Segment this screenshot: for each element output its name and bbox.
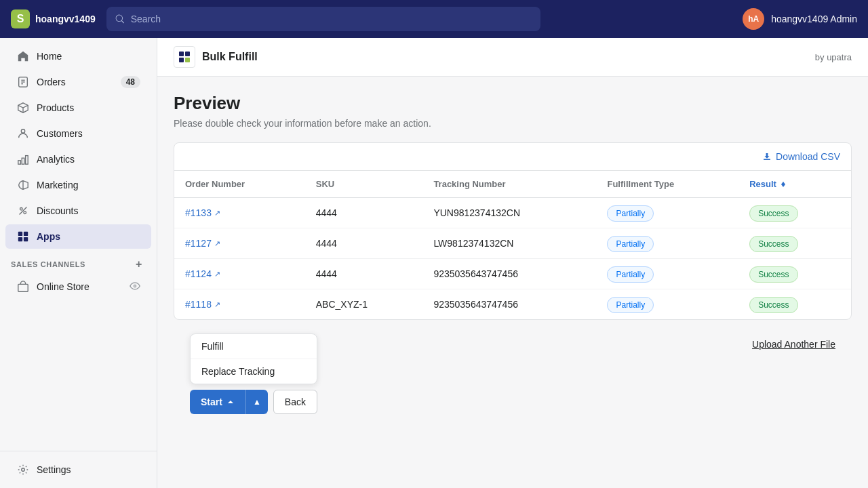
- svg-rect-21: [179, 52, 184, 56]
- brand-logo[interactable]: S hoangvv1409: [11, 9, 96, 28]
- result-cell: Success: [738, 259, 851, 289]
- orders-table: Order Number SKU Tracking Number Fulfill…: [174, 171, 851, 319]
- upload-another-file-link[interactable]: Upload Another File: [752, 339, 835, 350]
- sales-channels-label: SALES CHANNELS: [11, 260, 85, 268]
- button-group: Start ▲ Back: [190, 390, 317, 414]
- order-number-cell: #1118 ↗: [174, 289, 305, 320]
- result-cell: Success: [738, 198, 851, 228]
- sort-icon: [779, 180, 787, 188]
- search-bar[interactable]: [106, 7, 540, 31]
- orders-icon: [16, 75, 30, 89]
- result-badge: Success: [749, 236, 797, 252]
- col-sku: SKU: [305, 171, 423, 198]
- tracking-cell: 9235035643747456: [422, 289, 596, 320]
- tracking-cell: 9235035643747456: [422, 259, 596, 289]
- order-link[interactable]: #1124 ↗: [185, 268, 294, 279]
- add-sales-channel-button[interactable]: +: [132, 258, 146, 271]
- table-row: #1127 ↗ 4444 LW9812374132CN Partially Su…: [174, 228, 851, 259]
- order-link[interactable]: #1127 ↗: [185, 238, 294, 249]
- sku-cell: 4444: [305, 259, 423, 289]
- top-nav: S hoangvv1409 hA hoangvv1409 Admin: [0, 0, 868, 38]
- svg-rect-18: [18, 284, 28, 291]
- apps-icon: [16, 230, 30, 243]
- sidebar-item-settings[interactable]: Settings: [5, 458, 151, 482]
- external-link-icon: ↗: [214, 239, 220, 248]
- page-title: Preview: [174, 93, 852, 114]
- sidebar-item-products[interactable]: Products: [5, 96, 151, 120]
- sidebar-item-apps[interactable]: Apps: [5, 224, 151, 249]
- sku-cell: 4444: [305, 198, 423, 228]
- fulfillment-badge: Partially: [607, 236, 654, 252]
- order-number-cell: #1127 ↗: [174, 228, 305, 259]
- sidebar-item-online-store[interactable]: Online Store: [5, 274, 151, 299]
- sidebar-item-discounts[interactable]: Discounts: [5, 199, 151, 223]
- download-csv-link[interactable]: Download CSV: [762, 151, 840, 162]
- shopify-icon: S: [11, 9, 30, 28]
- search-icon: [115, 14, 125, 24]
- sidebar-item-marketing[interactable]: Marketing: [5, 173, 151, 197]
- table-row: #1118 ↗ ABC_XYZ-1 9235035643747456 Parti…: [174, 289, 851, 320]
- fulfillment-badge: Partially: [607, 297, 654, 313]
- svg-point-19: [134, 285, 136, 287]
- fulfillment-cell: Partially: [596, 289, 738, 320]
- sidebar-label-apps: Apps: [37, 231, 60, 242]
- external-link-icon: ↗: [214, 270, 220, 279]
- back-button[interactable]: Back: [273, 390, 317, 414]
- result-badge: Success: [749, 205, 797, 222]
- col-fulfillment-type: Fulfillment Type: [596, 171, 738, 198]
- result-cell: Success: [738, 228, 851, 259]
- fulfillment-badge: Partially: [607, 205, 654, 222]
- eye-icon[interactable]: [130, 281, 140, 293]
- svg-rect-22: [185, 52, 190, 56]
- sales-channels-section: SALES CHANNELS +: [0, 249, 157, 274]
- col-order-number: Order Number: [174, 171, 305, 198]
- table-card: Download CSV Order Number SKU Tracking N…: [174, 142, 852, 320]
- sidebar-label-products: Products: [37, 102, 74, 113]
- search-input[interactable]: [131, 14, 532, 24]
- dropdown-menu: Fulfill Replace Tracking: [190, 333, 317, 384]
- svg-rect-23: [179, 58, 184, 62]
- sidebar-item-analytics[interactable]: Analytics: [5, 147, 151, 171]
- marketing-icon: [16, 178, 30, 192]
- sidebar-item-orders[interactable]: Orders 48: [5, 70, 151, 94]
- fulfillment-cell: Partially: [596, 198, 738, 228]
- sku-cell: ABC_XYZ-1: [305, 289, 423, 320]
- fulfillment-cell: Partially: [596, 259, 738, 289]
- start-button[interactable]: Start: [190, 390, 245, 414]
- order-link[interactable]: #1118 ↗: [185, 299, 294, 310]
- sidebar-label-discounts: Discounts: [37, 205, 78, 216]
- sidebar-label-customers: Customers: [37, 128, 83, 139]
- download-icon: [762, 152, 772, 161]
- start-arrow-button[interactable]: ▲: [245, 390, 268, 414]
- sidebar-item-home[interactable]: Home: [5, 44, 151, 68]
- sidebar-label-marketing: Marketing: [37, 180, 78, 190]
- sidebar-label-settings: Settings: [37, 464, 71, 475]
- tracking-cell: YUN9812374132CN: [422, 198, 596, 228]
- user-area: hA hoangvv1409 Admin: [743, 8, 857, 30]
- dropdown-item-replace-tracking[interactable]: Replace Tracking: [191, 359, 317, 384]
- customers-icon: [16, 127, 30, 140]
- svg-point-7: [21, 129, 24, 133]
- online-store-icon: [16, 280, 30, 293]
- page-content: Preview Please double check your informa…: [157, 77, 868, 444]
- svg-rect-9: [22, 158, 24, 164]
- external-link-icon: ↗: [214, 209, 220, 218]
- col-tracking-number: Tracking Number: [422, 171, 596, 198]
- products-icon: [16, 101, 30, 115]
- app-name: Bulk Fulfill: [202, 51, 258, 63]
- svg-point-20: [22, 468, 25, 472]
- sidebar-item-customers[interactable]: Customers: [5, 121, 151, 146]
- sidebar-label-analytics: Analytics: [37, 154, 75, 165]
- order-link[interactable]: #1133 ↗: [185, 207, 294, 218]
- col-result: Result: [738, 171, 851, 198]
- svg-rect-17: [24, 237, 28, 241]
- svg-rect-15: [24, 232, 28, 236]
- sidebar: Home Orders 48 Products Customers: [0, 38, 157, 488]
- chevron-up-icon: [226, 398, 235, 406]
- home-icon: [16, 49, 30, 63]
- svg-line-6: [23, 105, 28, 108]
- dropdown-item-fulfill[interactable]: Fulfill: [191, 334, 317, 359]
- svg-rect-8: [18, 161, 21, 164]
- result-cell: Success: [738, 289, 851, 320]
- app-header: Bulk Fulfill by upatra: [157, 38, 868, 77]
